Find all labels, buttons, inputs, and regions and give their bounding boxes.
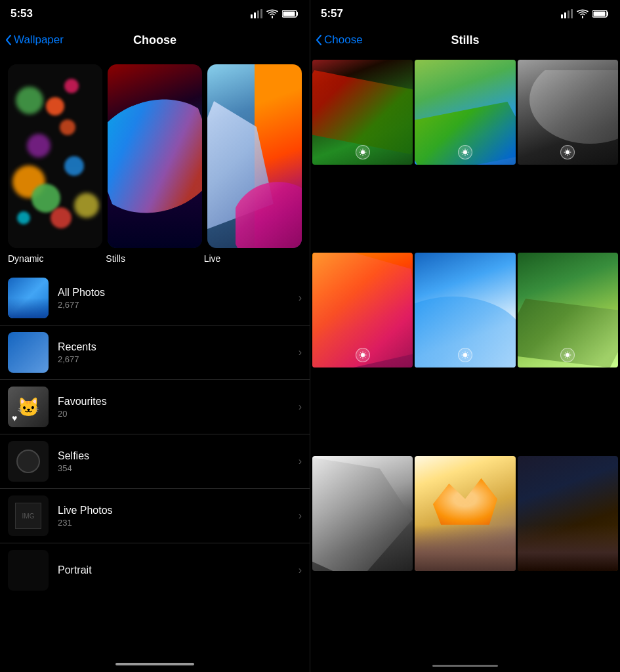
status-icons-left [251, 9, 299, 18]
album-count-live-photos: 231 [58, 518, 289, 528]
album-item-selfies[interactable]: Selfies 354 › [0, 434, 310, 489]
grid-cell-1[interactable] [312, 60, 413, 165]
wallpaper-bw-light [312, 456, 413, 571]
album-item-favourites[interactable]: ♥ 🐱 Favourites 20 › [0, 380, 310, 434]
day-night-badge-6 [560, 348, 575, 362]
nav-bar-right: Choose Stills [310, 25, 620, 58]
chevron-icon-live-photos: › [299, 510, 302, 522]
day-night-badge-1 [356, 145, 370, 159]
wallpaper-desert-warm [415, 456, 515, 571]
svg-point-12 [361, 150, 365, 154]
svg-rect-1 [254, 12, 256, 18]
grid-cell-5[interactable] [415, 253, 515, 368]
scroll-indicator-right [310, 659, 620, 672]
battery-icon-right [592, 9, 610, 18]
day-night-icon-6 [564, 351, 571, 359]
back-button-left[interactable]: Wallpaper [5, 33, 64, 47]
status-icons-right [561, 9, 610, 18]
wallpaper-categories-row [0, 58, 310, 248]
wallpaper-blue [415, 253, 515, 368]
day-night-icon-1 [359, 148, 367, 156]
album-info-selfies: Selfies 354 [58, 450, 289, 473]
album-name-live-photos: Live Photos [58, 505, 289, 516]
time-left: 5:53 [10, 7, 33, 20]
grid-cell-4[interactable] [312, 253, 413, 368]
svg-rect-2 [257, 10, 259, 18]
svg-rect-5 [283, 12, 295, 16]
album-name-recents: Recents [58, 341, 289, 353]
chevron-left-icon-right [316, 35, 322, 45]
album-thumb-favourites: ♥ 🐱 [8, 387, 49, 427]
page-title-left: Choose [133, 33, 176, 47]
grid-cell-7[interactable] [312, 456, 413, 571]
status-bar-left: 5:53 [0, 0, 310, 25]
grid-cell-8[interactable] [415, 456, 515, 571]
album-info-all-photos: All Photos 2,677 [58, 287, 289, 310]
cat-label-live: Live [204, 253, 302, 263]
svg-rect-8 [568, 10, 569, 18]
svg-point-15 [361, 353, 365, 357]
album-item-live-photos[interactable]: IMG Live Photos 231 › [0, 489, 310, 543]
bokeh-bg [8, 64, 102, 248]
album-count-selfies: 354 [58, 463, 289, 473]
album-item-all-photos[interactable]: All Photos 2,677 › [0, 271, 310, 326]
day-night-badge-2 [458, 145, 472, 159]
left-panel: 5:53 [0, 0, 310, 672]
album-name-favourites: Favourites [58, 396, 289, 408]
category-labels: Dynamic Stills Live [0, 248, 310, 271]
chevron-icon-all-photos: › [299, 292, 302, 304]
album-info-favourites: Favourites 20 [58, 396, 289, 419]
wifi-icon-right [577, 9, 589, 18]
day-night-badge-5 [458, 348, 472, 362]
stills-grid [310, 58, 620, 659]
category-thumb-dynamic[interactable] [8, 64, 102, 248]
home-indicator-left [0, 659, 310, 672]
chevron-icon-portrait: › [299, 564, 302, 576]
day-night-badge-4 [356, 348, 370, 362]
grid-cell-2[interactable] [415, 60, 515, 165]
svg-rect-11 [594, 12, 606, 16]
grid-cell-6[interactable] [518, 253, 618, 368]
chevron-icon-selfies: › [299, 455, 302, 467]
album-item-portrait[interactable]: Portrait › [0, 543, 310, 597]
album-name-selfies: Selfies [58, 450, 289, 462]
svg-rect-7 [564, 12, 566, 18]
album-info-live-photos: Live Photos 231 [58, 505, 289, 528]
right-panel: 5:57 [310, 0, 620, 672]
signal-icon [251, 9, 262, 18]
back-button-right[interactable]: Choose [316, 33, 363, 47]
day-night-icon-4 [359, 351, 367, 359]
svg-rect-3 [260, 9, 262, 18]
chevron-left-icon [5, 35, 12, 45]
svg-point-17 [566, 353, 569, 357]
status-bar-right: 5:57 [310, 0, 620, 25]
album-item-recents[interactable]: Recents 2,677 › [0, 326, 310, 380]
wallpaper-desert-dark [518, 456, 618, 571]
home-bar-left [115, 663, 194, 665]
wallpaper-red-green [312, 60, 413, 165]
album-count-all-photos: 2,677 [58, 300, 289, 310]
svg-point-16 [463, 353, 467, 357]
grid-cell-3[interactable] [518, 60, 618, 165]
category-thumb-live[interactable] [207, 64, 302, 248]
album-thumb-recents [8, 332, 49, 373]
scroll-bar-right [432, 665, 498, 667]
wallpaper-green [518, 253, 618, 368]
wallpaper-gray [518, 60, 618, 165]
album-thumb-all-photos [8, 278, 49, 318]
day-night-icon-3 [564, 148, 571, 156]
category-thumb-stills[interactable] [108, 64, 202, 248]
album-info-portrait: Portrait [58, 564, 289, 576]
album-thumb-portrait [8, 550, 49, 591]
day-night-icon-2 [461, 148, 469, 156]
grid-cell-9[interactable] [518, 456, 618, 571]
album-info-recents: Recents 2,677 [58, 341, 289, 364]
svg-point-13 [463, 150, 467, 154]
album-count-favourites: 20 [58, 409, 289, 419]
wallpaper-orange-red [312, 253, 413, 368]
stills-shape [108, 85, 202, 228]
albums-list: All Photos 2,677 › Recents 2,677 › ♥ 🐱 [0, 271, 310, 659]
battery-icon [282, 9, 299, 18]
svg-rect-6 [561, 14, 563, 18]
cat-label-dynamic: Dynamic [8, 253, 106, 263]
